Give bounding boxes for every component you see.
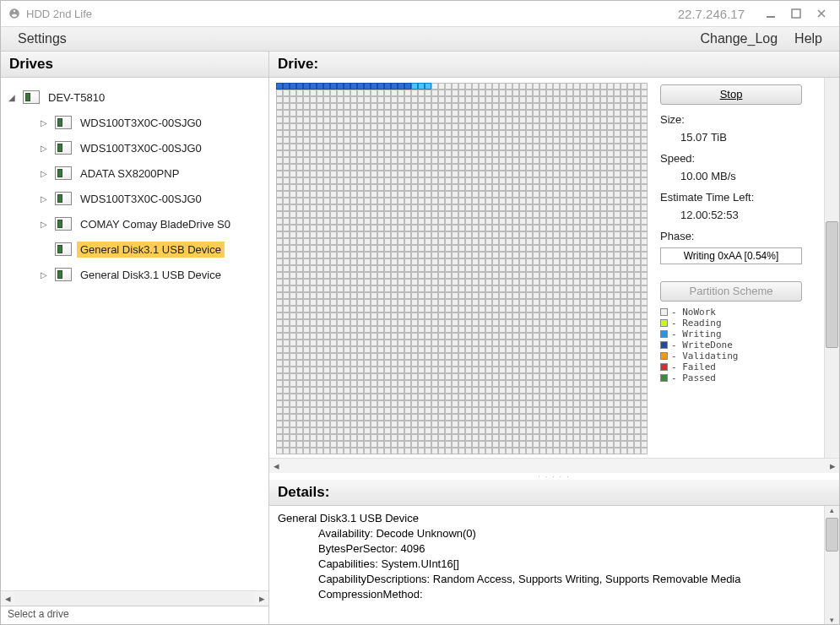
app-window: HDD 2nd Life 22.7.246.17 Settings Change… [0,0,840,625]
legend-item: - Reading [660,318,822,329]
legend-item: - Passed [660,372,822,383]
settings-menu[interactable]: Settings [9,31,75,46]
partition-scheme-button[interactable]: Partition Scheme [660,281,802,302]
tree-item-label: WDS100T3X0C-00SJG0 [77,140,205,156]
drives-panel: Drives ◢ DEV-T5810 ▷WDS100T3X0C-00SJG0▷W… [1,52,269,624]
tree-item-label: General Disk3.1 USB Device [77,242,225,258]
titlebar: HDD 2nd Life 22.7.246.17 [1,1,839,26]
stop-button[interactable]: Stop [660,84,802,105]
changelog-menu[interactable]: Change_Log [691,31,786,46]
scroll-right-icon[interactable]: ▸ [255,592,268,605]
phase-label: Phase: [660,230,822,242]
sector-map [269,78,655,458]
legend-swatch [660,352,668,360]
app-icon [8,7,21,20]
svg-rect-0 [767,16,775,18]
tree-item-label: WDS100T3X0C-00SJG0 [77,191,205,207]
legend-swatch [660,374,668,382]
tree-item[interactable]: ▷WDS100T3X0C-00SJG0 [1,135,268,160]
scrollbar-thumb[interactable] [826,518,838,552]
drive-icon [55,192,72,205]
drives-hscroll[interactable]: ◂ ▸ [1,590,268,606]
maximize-button[interactable] [785,6,807,21]
expand-icon[interactable]: ▷ [38,117,50,128]
splitter[interactable]: · · · · · [269,473,839,480]
details-line: CapabilityDescriptions: Random Access, S… [278,572,816,587]
legend-label: - NoWork [671,307,716,318]
minimize-button[interactable] [760,6,782,21]
details-line: Availability: Decode Unknown(0) [278,526,816,541]
speed-label: Speed: [660,152,822,165]
menubar: Settings Change_Log Help [1,26,839,52]
legend-item: - Writing [660,329,822,340]
legend-item: - NoWork [660,307,822,318]
help-menu[interactable]: Help [786,31,831,46]
legend-swatch [660,330,668,338]
legend-label: - Passed [671,372,716,383]
tree-item-label: General Disk3.1 USB Device [77,267,225,283]
size-label: Size: [660,113,822,126]
eta-value: 12.00:52:53 [660,209,822,221]
tree-item[interactable]: ▷COMAY Comay BladeDrive S0 [1,211,268,236]
collapse-icon[interactable]: ◢ [6,91,18,103]
tree-item[interactable]: ▷WDS100T3X0C-00SJG0 [1,186,268,211]
expand-icon[interactable]: ▷ [38,142,50,154]
tree-item[interactable]: ▷WDS100T3X0C-00SJG0 [1,110,268,135]
drive-vscroll[interactable] [824,78,839,458]
drive-icon [55,141,72,155]
app-title: HDD 2nd Life [26,8,92,20]
drive-controls: Stop Size: 15.07 TiB Speed: 10.00 MB/s E… [655,78,824,458]
tree-root-label: DEV-T5810 [45,90,108,106]
drive-icon [55,116,72,129]
details-line: Capabilities: System.UInt16[] [278,557,816,572]
size-value: 15.07 TiB [660,131,822,144]
details-line: BytesPerSector: 4096 [278,541,816,557]
legend-swatch [660,363,668,371]
legend-item: - Failed [660,361,822,372]
drives-header: Drives [1,52,268,78]
legend-label: - Validating [671,351,738,361]
details-vscroll[interactable]: ▴ ▾ [824,506,839,624]
legend-item: - WriteDone [660,340,822,351]
computer-icon [23,90,40,104]
drive-icon [55,268,72,281]
statusbar: Select a drive [1,606,268,624]
details-text: General Disk3.1 USB Device Availability:… [269,506,824,624]
tree-item[interactable]: ▷General Disk3.1 USB Device [1,262,268,287]
details-line: CompressionMethod: [278,587,816,602]
scroll-up-icon[interactable]: ▴ [825,506,839,514]
expand-icon[interactable]: ▷ [38,193,50,204]
legend-swatch [660,308,668,316]
scroll-left-icon[interactable]: ◂ [269,459,283,472]
svg-rect-1 [792,9,800,18]
drives-tree: ◢ DEV-T5810 ▷WDS100T3X0C-00SJG0▷WDS100T3… [1,78,268,590]
phase-value: Writing 0xAA [0.54%] [660,247,802,264]
close-button[interactable] [810,6,832,21]
speed-value: 10.00 MB/s [660,170,822,182]
legend-item: - Validating [660,351,822,361]
scroll-right-icon[interactable]: ▸ [826,459,839,472]
scroll-down-icon[interactable]: ▾ [825,616,839,624]
drive-panel: Drive: Stop Size: 15.07 TiB Speed: 10.00… [269,52,839,624]
tree-item-label: COMAY Comay BladeDrive S0 [77,216,234,232]
scrollbar-thumb[interactable] [826,221,838,348]
drive-hscroll[interactable]: ◂ ▸ [269,458,839,473]
details-device-name: General Disk3.1 USB Device [278,511,816,526]
tree-root[interactable]: ◢ DEV-T5810 [1,84,268,110]
app-version: 22.7.246.17 [678,7,745,21]
expand-icon[interactable] [38,243,50,255]
details-header: Details: [269,480,839,506]
legend: - NoWork - Reading - Writing - WriteDone… [660,307,822,383]
eta-label: Estimate Time Left: [660,191,822,204]
expand-icon[interactable]: ▷ [38,218,50,230]
scroll-left-icon[interactable]: ◂ [1,592,14,605]
legend-label: - Reading [671,318,722,329]
legend-swatch [660,319,668,327]
tree-item[interactable]: ▷ADATA SX8200PNP [1,160,268,186]
legend-label: - Failed [671,361,716,372]
legend-label: - WriteDone [671,340,733,351]
expand-icon[interactable]: ▷ [38,269,50,280]
drive-icon [55,217,72,231]
tree-item[interactable]: General Disk3.1 USB Device [1,236,268,262]
expand-icon[interactable]: ▷ [38,167,50,179]
